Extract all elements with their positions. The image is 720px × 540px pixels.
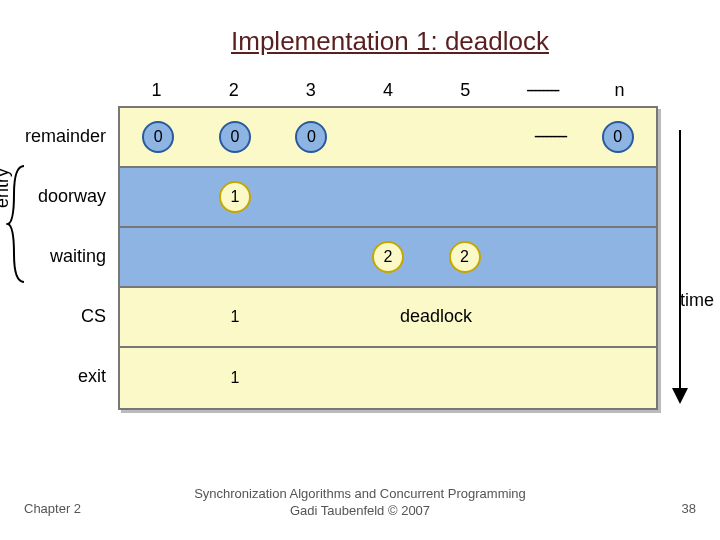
state-table: 0 0 0 0 -------- 1 2 2 [118, 106, 658, 410]
footer-credit: Synchronization Algorithms and Concurren… [0, 486, 720, 520]
entry-label: entry [0, 168, 13, 208]
token-col2: 1 [219, 181, 251, 213]
row-exit: 1 [120, 348, 656, 408]
row-waiting: 2 2 [120, 228, 656, 288]
col-header-1: 1 [118, 78, 195, 102]
footer-page-number: 38 [682, 501, 696, 516]
row-remainder: 0 0 0 0 -------- [120, 108, 656, 168]
col-header-4: 4 [349, 78, 426, 102]
col-header-dashes: -------- [504, 78, 581, 102]
token-col1: 0 [142, 121, 174, 153]
token-col3: 0 [295, 121, 327, 153]
token-col2: 0 [219, 121, 251, 153]
column-headers: 1 2 3 4 5 -------- n [118, 78, 658, 106]
col-header-n: n [581, 78, 658, 102]
page-title: Implementation 1: deadlock [0, 0, 720, 71]
col-header-3: 3 [272, 78, 349, 102]
row-doorway: 1 [120, 168, 656, 228]
row-label-cs: CS [0, 286, 112, 346]
token-col2: 1 [219, 362, 251, 394]
col-header-5: 5 [427, 78, 504, 102]
token-col5: 2 [449, 241, 481, 273]
time-label: time [680, 290, 714, 311]
footer-line1: Synchronization Algorithms and Concurren… [194, 486, 526, 501]
diagram-grid: 1 2 3 4 5 -------- n 0 0 0 0 -------- 1 [118, 78, 658, 410]
token-col4: 2 [372, 241, 404, 273]
time-arrow-icon [666, 130, 694, 410]
row-cs: 1 deadlock [120, 288, 656, 348]
col-header-2: 2 [195, 78, 272, 102]
token-col2: 1 [219, 301, 251, 333]
row-remainder-dashes: -------- [534, 126, 566, 147]
row-label-exit: exit [0, 346, 112, 406]
row-label-remainder: remainder [0, 106, 112, 166]
token-coln: 0 [602, 121, 634, 153]
footer-line2: Gadi Taubenfeld © 2007 [290, 503, 430, 518]
deadlock-label: deadlock [400, 306, 472, 327]
